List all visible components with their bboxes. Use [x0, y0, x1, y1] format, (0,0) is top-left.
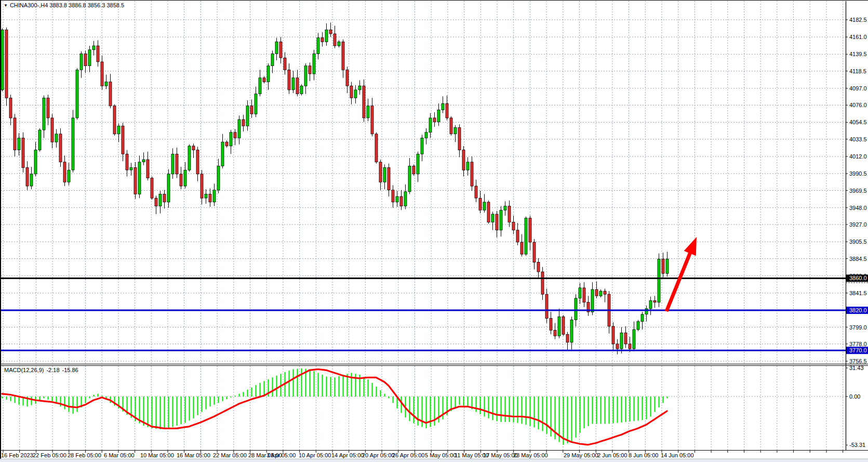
- price-axis-label: 3799.0: [849, 324, 867, 331]
- candle-bear: [604, 291, 606, 294]
- candle-bear: [51, 118, 54, 142]
- price-axis-label: 4182.5: [849, 17, 867, 23]
- candle-bull: [367, 106, 369, 118]
- candle-bull: [504, 206, 506, 210]
- candle-bear: [333, 34, 336, 46]
- candle-bull: [1, 30, 4, 90]
- candle-bull: [425, 133, 428, 138]
- price-axis-label: 4097.0: [849, 85, 867, 91]
- candle-bear: [279, 42, 282, 58]
- time-axis-label: 10 Mar 05:00: [140, 452, 174, 458]
- candle-bear: [26, 168, 29, 187]
- candle-bear: [363, 86, 365, 118]
- candle-bull: [38, 130, 41, 150]
- candle-bear: [284, 58, 286, 70]
- candle-bull: [558, 316, 560, 336]
- candle-bear: [14, 118, 16, 150]
- time-axis-label: 8 Jun 05:00: [629, 452, 659, 458]
- chart-canvas[interactable]: 4182.54161.04139.54118.54097.04076.04054…: [0, 0, 868, 462]
- candle-bull: [570, 320, 573, 342]
- candle-bull: [641, 314, 644, 322]
- candle-bear: [653, 301, 656, 302]
- candle-bull: [649, 301, 652, 309]
- time-axis-label: 17 May 05:00: [483, 452, 518, 458]
- price-axis-label: 4054.5: [849, 119, 867, 125]
- background: [0, 0, 868, 462]
- candle-bear: [545, 294, 548, 318]
- candle-bear: [113, 106, 116, 134]
- candle-bear: [126, 154, 128, 170]
- candle-bull: [620, 333, 623, 349]
- time-axis-label: 5 May 05:00: [425, 452, 457, 458]
- price-axis-label: 4033.5: [849, 136, 867, 142]
- candle-bull: [159, 194, 162, 206]
- candle-bull: [354, 90, 357, 98]
- candle-bull: [117, 126, 120, 134]
- candle-bull: [92, 46, 95, 50]
- candle-bull: [246, 106, 249, 126]
- candle-bear: [375, 134, 378, 162]
- price-badge-3770.0: 3770.0: [846, 347, 868, 354]
- candle-bear: [446, 103, 448, 118]
- candle-bear: [225, 142, 228, 146]
- price-axis-label: 3756.5: [849, 358, 867, 364]
- candle-bear: [134, 168, 137, 194]
- time-axis-label: 22 Feb 05:00: [33, 452, 66, 458]
- time-axis-label: 14 Apr 05:00: [331, 452, 364, 458]
- candle-bear: [516, 230, 519, 242]
- macd-axis-label: 0.00: [849, 393, 860, 400]
- symbol-timeframe-label: CHINA300-,H4: [10, 2, 48, 8]
- candle-bull: [238, 120, 241, 138]
- candle-bull: [34, 150, 37, 174]
- time-axis-label: 22 Mar 05:00: [213, 452, 247, 458]
- macd-name: MACD(12,26,9): [4, 367, 44, 373]
- candle-bear: [59, 134, 62, 162]
- time-axis-label: 20 Apr 05:00: [362, 452, 394, 458]
- candle-bear: [22, 138, 24, 168]
- candle-bear: [209, 194, 211, 202]
- candle-bear: [47, 98, 49, 118]
- price-axis-label: 4012.0: [849, 153, 867, 160]
- time-axis-label: 6 Mar 05:00: [104, 452, 135, 458]
- macd-axis-label: 31.43: [849, 365, 864, 371]
- candle-bear: [662, 259, 664, 273]
- price-axis-label: 4118.5: [849, 68, 866, 74]
- candle-bull: [18, 138, 20, 150]
- price-axis-label: 3905.5: [849, 239, 867, 245]
- price-axis-label: 3778.0: [849, 341, 867, 347]
- candle-bear: [350, 86, 353, 98]
- candle-bear: [462, 150, 465, 170]
- candle-bear: [371, 106, 373, 134]
- candle-bull: [76, 70, 78, 118]
- candle-bull: [130, 168, 132, 170]
- chevron-down-icon[interactable]: ▼: [4, 3, 8, 8]
- candle-bull: [167, 174, 170, 202]
- candle-bull: [72, 118, 74, 170]
- macd-signal-value: -15.86: [62, 367, 78, 373]
- candle-bear: [342, 42, 344, 70]
- candle-bull: [138, 162, 141, 194]
- candle-bear: [388, 168, 390, 190]
- candle-bear: [529, 218, 531, 242]
- candle-bear: [541, 272, 544, 294]
- candle-bull: [304, 66, 307, 86]
- candle-bull: [300, 86, 303, 94]
- candle-bull: [437, 110, 440, 122]
- candle-bull: [383, 168, 386, 182]
- candle-bull: [666, 259, 669, 273]
- price-axis-label: 3884.5: [849, 256, 867, 262]
- candle-bull: [68, 170, 70, 182]
- candle-bear: [309, 66, 311, 74]
- candle-bear: [583, 288, 585, 302]
- candle-bull: [55, 134, 58, 142]
- candle-bull: [358, 86, 361, 90]
- candle-bear: [122, 126, 124, 154]
- time-axis-label: 2 Jun 05:00: [597, 452, 627, 458]
- candle-bull: [421, 138, 423, 154]
- candle-bull: [633, 329, 635, 349]
- candle-bear: [296, 78, 299, 94]
- candle-bear: [196, 150, 199, 174]
- candle-bull: [217, 166, 220, 190]
- candle-bear: [288, 70, 290, 90]
- candle-bull: [30, 174, 33, 186]
